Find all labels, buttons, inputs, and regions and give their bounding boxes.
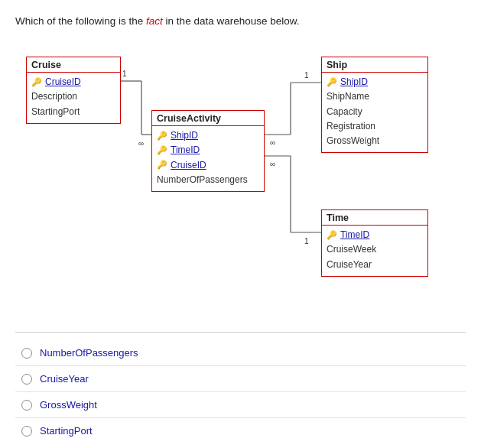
cruise-title: Cruise	[27, 57, 120, 73]
radio-3[interactable]	[21, 400, 32, 411]
pk-icon: 🔑	[31, 76, 42, 89]
cruise-activity-title: CruiseActivity	[152, 111, 264, 126]
diagram-area: 1 ∞ 1 ∞ 1 ∞ Cruise 🔑 CruiseID Descriptio…	[15, 43, 459, 318]
pk-icon: 🔑	[157, 129, 167, 143]
option-2[interactable]: CruiseYear	[15, 366, 466, 392]
option-label-3: GrossWeight	[40, 399, 97, 411]
option-1[interactable]: NumberOfPassengers	[15, 340, 466, 366]
svg-text:∞: ∞	[138, 139, 144, 148]
question-text: Which of the following is the fact in th…	[15, 14, 466, 29]
entity-ship: Ship 🔑 ShipID ShipName Capacity Registra…	[321, 57, 428, 153]
radio-1[interactable]	[21, 348, 32, 359]
radio-4[interactable]	[21, 426, 32, 437]
svg-text:∞: ∞	[270, 160, 275, 168]
option-3[interactable]: GrossWeight	[15, 392, 466, 418]
svg-text:1: 1	[122, 70, 127, 78]
entity-cruise: Cruise 🔑 CruiseID Description StartingPo…	[26, 57, 121, 124]
svg-text:1: 1	[304, 71, 309, 80]
entity-time: Time 🔑 TimeID CruiseWeek CruiseYear	[321, 209, 428, 277]
option-label-4: StartingPort	[40, 425, 93, 437]
ship-title: Ship	[322, 57, 427, 73]
option-4[interactable]: StartingPort	[15, 418, 466, 443]
pk-icon: 🔑	[327, 229, 337, 242]
radio-2[interactable]	[21, 374, 32, 385]
option-label-2: CruiseYear	[40, 373, 89, 385]
options-section: NumberOfPassengers CruiseYear GrossWeigh…	[15, 332, 466, 443]
entity-cruise-activity: CruiseActivity 🔑 ShipID 🔑 TimeID 🔑 Cruis…	[151, 110, 265, 192]
svg-text:1: 1	[304, 237, 309, 245]
time-title: Time	[322, 210, 427, 226]
pk-icon: 🔑	[157, 144, 167, 157]
option-label-1: NumberOfPassengers	[40, 347, 138, 359]
svg-text:∞: ∞	[270, 138, 275, 147]
pk-icon: 🔑	[327, 76, 337, 89]
pk-icon: 🔑	[157, 158, 167, 172]
